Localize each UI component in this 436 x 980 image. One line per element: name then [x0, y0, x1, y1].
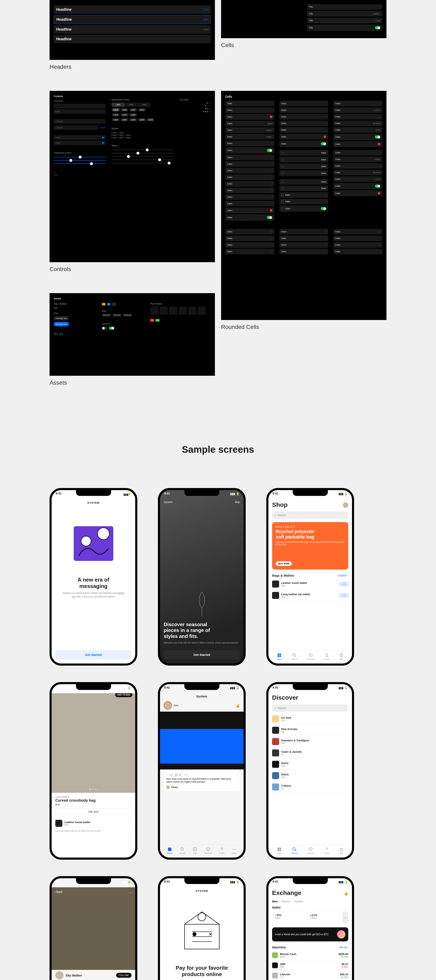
cell-row[interactable]: Index [333, 101, 382, 106]
cell-row[interactable]: Index› [225, 154, 274, 160]
cell-row[interactable]: Index [333, 141, 382, 147]
cell-row[interactable]: Index [333, 183, 382, 189]
more-icon[interactable]: ⋯ [129, 890, 132, 895]
wallet-card[interactable]: ◆ ETH0.0037 [307, 911, 341, 924]
tab-profile[interactable]: Profile [219, 847, 224, 854]
cell-row[interactable]: Index [333, 134, 382, 140]
likes-count[interactable]: ♡ 124 [166, 773, 173, 776]
toggle-switch[interactable] [267, 216, 272, 219]
cell-row[interactable]: Index [225, 101, 274, 106]
cell-row[interactable]: Index› [279, 121, 328, 126]
toggle-switch[interactable] [321, 142, 326, 145]
text-input[interactable]: Index [54, 135, 106, 140]
tab-markets[interactable]: Markets [282, 900, 290, 903]
tab-bag[interactable]: Bag [339, 653, 344, 660]
story-avatar[interactable] [164, 701, 172, 710]
slider[interactable] [111, 156, 174, 157]
tab-profile[interactable]: Profile [324, 653, 329, 660]
cell-row[interactable]: IndexDetail [225, 121, 274, 126]
cell-row[interactable]: Index [279, 134, 328, 140]
skip-button[interactable]: Skip [235, 500, 240, 504]
cell-row[interactable]: TitleLabel [307, 18, 382, 23]
cell-row[interactable]: Index [279, 141, 328, 147]
size-selector[interactable]: ONE SIZE [55, 809, 132, 815]
slider[interactable] [111, 150, 174, 150]
watchlist-item[interactable]: XRPXRP$0.27-3.94% [272, 960, 348, 970]
explore-link[interactable]: Explore › [338, 574, 348, 577]
cell-row[interactable]: Index [333, 190, 382, 196]
tab-search[interactable]: Search [291, 847, 298, 854]
add-to-bag-button[interactable]: ADD TO BAG [115, 693, 132, 697]
clear-icon[interactable] [102, 137, 104, 138]
cell-row[interactable]: Index› [333, 114, 382, 119]
list-item[interactable]: Sweaters & Cardigans249 [272, 736, 348, 747]
cell-row[interactable]: Index› [225, 201, 274, 207]
cell-row[interactable]: Index› [225, 161, 274, 167]
tab-portfolio[interactable]: Portfolio [294, 900, 303, 903]
search-input[interactable]: ⌕ Search [54, 119, 106, 124]
cell-row[interactable]: Index› [279, 114, 328, 119]
cell-row[interactable]: IndexDetail › [225, 134, 274, 140]
list-item[interactable]: Leather travel wallet$79LABEL [272, 579, 348, 590]
watchlist-item[interactable]: Bitcoin CashBCH$255.85+0.32% [272, 950, 348, 960]
cancel-button[interactable]: Cancel [99, 127, 106, 129]
invite-banner[interactable]: Invite a friend and you could both get $… [272, 928, 348, 942]
cell-row[interactable]: Index› [225, 181, 274, 187]
toggle-switch[interactable] [102, 326, 107, 330]
cell-row[interactable]: Index› [279, 199, 328, 204]
cell-row[interactable]: Index [279, 170, 328, 176]
notification-icon[interactable]: 🔔 [344, 891, 348, 896]
cell-row[interactable]: Index› [225, 168, 274, 173]
toggle-switch[interactable] [267, 149, 272, 152]
cell-row[interactable]: Index [225, 207, 274, 213]
buy-now-button[interactable]: BUY NOW [276, 561, 292, 566]
tab-more[interactable]: More [232, 847, 236, 854]
cell-row[interactable]: IndexLABEL [333, 107, 382, 113]
search-input[interactable]: ⌕Search [272, 705, 348, 712]
slider[interactable] [111, 153, 174, 153]
cell-row[interactable]: Title [307, 25, 382, 31]
tab-favorites[interactable]: Favorites [204, 847, 212, 854]
follow-button[interactable]: FOLLOW [116, 973, 132, 978]
slider[interactable] [54, 157, 106, 158]
tab-main[interactable]: Main [272, 900, 278, 903]
cell-row[interactable]: Title› [307, 4, 382, 10]
cell-row[interactable]: Index00:00 [333, 176, 382, 182]
cell-row[interactable]: Index00:00 [333, 127, 382, 133]
cell-row[interactable]: Index [225, 214, 274, 221]
comments-count[interactable]: 💬 36 [175, 773, 181, 776]
tab-add[interactable]: Add [193, 847, 197, 854]
cell-row[interactable]: Index› [225, 175, 274, 180]
list-item[interactable]: On Sale379 [272, 713, 348, 725]
text-input[interactable] [54, 104, 106, 108]
notification-icon[interactable]: 🔔 [236, 703, 240, 708]
search-input[interactable]: ⌕ Search [54, 125, 98, 130]
see-all-link[interactable]: See all › [339, 946, 348, 949]
cell-row[interactable]: Index [225, 107, 274, 113]
shares-count[interactable]: ↗ 8 [184, 773, 188, 776]
cell-row[interactable]: Index› [333, 163, 382, 169]
delete-icon[interactable] [270, 116, 272, 118]
cell-row[interactable]: Index00:00:00 [333, 170, 382, 175]
slider[interactable] [54, 160, 106, 161]
list-item[interactable]: T-Shirts54 [272, 781, 348, 793]
cell-row[interactable]: IndexLABEL [333, 156, 382, 162]
tab-search[interactable]: Search [180, 847, 185, 854]
tab-search[interactable]: Search [291, 653, 298, 660]
radio-icon[interactable] [282, 151, 284, 154]
bookmark-icon[interactable]: ⌂ [236, 773, 237, 776]
cell-row[interactable]: Index [225, 147, 274, 154]
cell-row[interactable]: Index› [225, 141, 274, 146]
text-input[interactable]: Index [54, 141, 106, 145]
watchlist-item[interactable]: LitecoinLTC$45.10+0.12% [272, 970, 348, 980]
list-item[interactable]: Pants202 [272, 759, 348, 770]
back-button[interactable]: ‹ Back [54, 890, 63, 894]
tab-profile[interactable]: Profile [324, 847, 329, 854]
cell-row[interactable]: Index [279, 101, 328, 106]
cell-row[interactable]: Index [279, 164, 328, 169]
wallet-card[interactable]: ₿ BTC0.042 [272, 911, 306, 924]
cell-row[interactable]: Index [279, 150, 328, 156]
avatar[interactable] [343, 503, 348, 508]
tab-bag[interactable]: Bag [339, 847, 344, 854]
avatar[interactable] [55, 971, 64, 979]
